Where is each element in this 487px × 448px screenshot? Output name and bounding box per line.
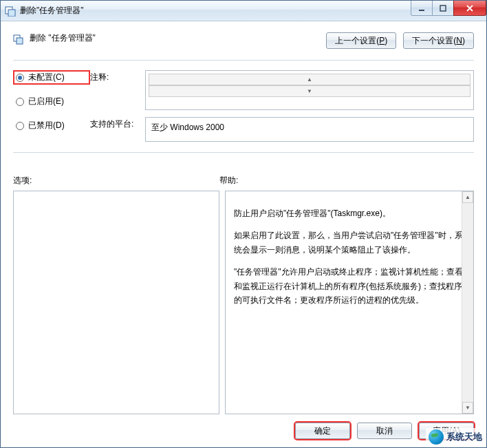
window-title: 删除"任务管理器" [20,5,84,17]
dialog-window: 删除"任务管理器" 删除 "任务管理器" 上一个设置(P) [0,0,487,448]
next-setting-button[interactable]: 下一个设置(N) [403,32,474,49]
scroll-up-icon[interactable]: ▲ [462,191,473,203]
dialog-body: 删除 "任务管理器" 上一个设置(P) 下一个设置(N) 未配置(C) 已启用(… [1,21,486,447]
state-radios: 未配置(C) 已启用(E) 已禁用(D) [13,70,90,142]
radio-dot-icon [16,74,24,82]
policy-icon [13,34,24,45]
watermark-text: 系统天地 [446,431,482,443]
radio-enabled[interactable]: 已启用(E) [13,94,90,109]
app-icon [5,6,16,17]
scroll-down-icon[interactable]: ▼ [149,85,470,97]
close-button[interactable] [453,1,486,16]
title-bar: 删除"任务管理器" [1,1,486,21]
radio-dot-icon [16,122,24,130]
info-column: 注释: ▲ ▼ 支持的平台: 至少 Windows 2000 [90,70,474,142]
watermark: 系统天地 [426,428,485,446]
header-row: 删除 "任务管理器" 上一个设置(P) 下一个设置(N) [13,32,474,49]
help-paragraph: "任务管理器"允许用户启动或终止程序；监视计算机性能；查看和监视正运行在计算机上… [234,265,465,307]
policy-title: 删除 "任务管理器" [30,32,326,44]
maximize-button[interactable] [432,1,454,16]
footer-buttons: 确定 取消 应用(A) [13,423,474,439]
scroll-up-icon[interactable]: ▲ [149,74,470,85]
svg-rect-3 [440,6,446,11]
scroll-down-icon[interactable]: ▼ [462,402,473,414]
radio-not-configured[interactable]: 未配置(C) [13,70,90,85]
window-controls [411,1,486,16]
radio-enabled-label: 已启用(E) [28,96,64,107]
svg-rect-2 [419,10,424,11]
ok-button[interactable]: 确定 [295,423,350,439]
divider [13,152,474,153]
svg-rect-5 [17,38,23,44]
minimize-button[interactable] [411,1,433,16]
platform-row: 支持的平台: 至少 Windows 2000 [90,117,474,142]
config-row: 未配置(C) 已启用(E) 已禁用(D) 注释: ▲ [13,70,474,142]
globe-icon [429,429,444,445]
platform-label: 支持的平台: [90,117,140,130]
prev-setting-button[interactable]: 上一个设置(P) [326,32,396,49]
pane-labels: 选项: 帮助: [13,175,474,186]
cancel-button[interactable]: 取消 [357,423,412,439]
comment-row: 注释: ▲ ▼ [90,70,474,110]
radio-disabled[interactable]: 已禁用(D) [13,118,90,133]
platform-value: 至少 Windows 2000 [145,117,474,142]
comment-label: 注释: [90,70,140,83]
options-label: 选项: [13,175,219,186]
radio-dot-icon [16,98,24,106]
help-paragraph: 防止用户启动"任务管理器"(Taskmgr.exe)。 [234,206,465,220]
nav-buttons: 上一个设置(P) 下一个设置(N) [326,32,474,49]
help-paragraph: 如果启用了此设置，那么，当用户尝试启动"任务管理器"时，系统会显示一则消息，说明… [234,228,465,257]
panes-row: 防止用户启动"任务管理器"(Taskmgr.exe)。 如果启用了此设置，那么，… [13,191,474,414]
options-pane [13,191,219,414]
comment-textarea[interactable]: ▲ ▼ [145,70,474,110]
radio-disabled-label: 已禁用(D) [28,120,65,131]
help-label: 帮助: [219,175,474,186]
options-content [14,191,219,414]
help-content: 防止用户启动"任务管理器"(Taskmgr.exe)。 如果启用了此设置，那么，… [226,191,473,414]
divider [13,60,474,61]
help-pane: 防止用户启动"任务管理器"(Taskmgr.exe)。 如果启用了此设置，那么，… [225,191,474,414]
scrollbar[interactable]: ▲ ▼ [462,191,473,414]
svg-rect-1 [8,10,15,17]
scrollbar[interactable]: ▲ ▼ [149,74,470,97]
radio-not-configured-label: 未配置(C) [28,72,65,83]
